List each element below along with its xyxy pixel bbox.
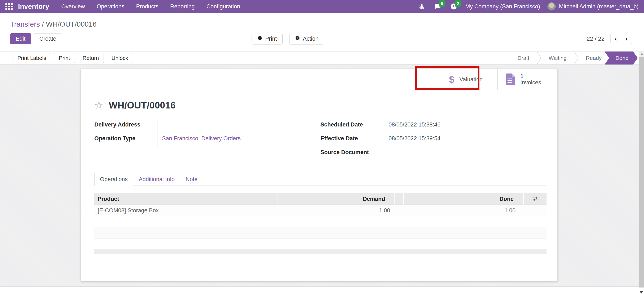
- pager: 22 / 22 ‹ ›: [586, 33, 632, 44]
- field-label-source-document: Source Document: [320, 147, 384, 161]
- user-name: Mitchell Admin (master_data_b): [559, 3, 638, 10]
- tab-note[interactable]: Note: [180, 173, 203, 186]
- empty-table-row: [94, 216, 546, 227]
- pager-count: 22 / 22: [586, 35, 604, 42]
- favorite-star-icon[interactable]: ☆: [94, 100, 103, 110]
- cell-done: 1.00: [404, 205, 525, 216]
- top-nav: Inventory Overview Operations Products R…: [0, 0, 644, 13]
- invoices-smart-button[interactable]: 1 Invoices: [498, 69, 558, 90]
- nav-menu: Overview Operations Products Reporting C…: [62, 3, 240, 10]
- create-button[interactable]: Create: [34, 33, 62, 44]
- stage-draft[interactable]: Draft: [510, 51, 536, 64]
- breadcrumb: Transfers / WH/OUT/00016: [0, 13, 644, 28]
- column-header-spacer: [394, 193, 404, 205]
- app-name[interactable]: Inventory: [18, 2, 49, 10]
- form-sheet: $ Valuation 1 Invoices ☆ WH/OUT/00016 De…: [81, 69, 558, 282]
- field-value-scheduled-date[interactable]: 08/05/2022 15:38:46: [384, 120, 547, 134]
- field-label-delivery-address: Delivery Address: [94, 120, 157, 134]
- avatar: [547, 2, 556, 11]
- return-button[interactable]: Return: [78, 53, 104, 63]
- empty-table-row: [94, 227, 546, 239]
- page-footer: [0, 287, 644, 294]
- notebook-tabs: Operations Additional Info Note: [94, 173, 546, 186]
- stage-separator: [536, 51, 542, 64]
- column-header-demand[interactable]: Demand: [278, 193, 394, 205]
- stage-pipeline: Draft Waiting Ready Done: [510, 51, 638, 64]
- stage-separator: [574, 51, 579, 64]
- record-title: WH/OUT/00016: [109, 100, 176, 111]
- scroll-up-arrow[interactable]: [640, 51, 644, 57]
- field-value-effective-date[interactable]: 08/05/2022 15:39:54: [384, 134, 547, 147]
- cell-product: [E-COM08] Storage Box: [94, 205, 279, 216]
- invoices-count: 1: [520, 73, 541, 79]
- table-row[interactable]: [E-COM08] Storage Box 1.00 1.00: [94, 205, 546, 216]
- field-label-operation-type: Operation Type: [94, 134, 157, 147]
- column-header-product[interactable]: Product: [94, 193, 278, 205]
- unlock-button[interactable]: Unlock: [107, 53, 133, 63]
- field-value-operation-type[interactable]: San Francisco: Delivery Orders: [157, 134, 320, 147]
- stage-done-active[interactable]: Done: [604, 51, 638, 64]
- messages-badge: 5: [439, 0, 445, 7]
- content-area: $ Valuation 1 Invoices ☆ WH/OUT/00016 De…: [0, 65, 644, 287]
- action-button[interactable]: Action: [289, 33, 324, 45]
- nav-item-overview[interactable]: Overview: [62, 3, 85, 10]
- field-value-delivery-address[interactable]: [157, 120, 320, 134]
- user-menu[interactable]: Mitchell Admin (master_data_b): [547, 2, 638, 11]
- dollar-icon: $: [449, 74, 454, 85]
- invoice-document-icon: [506, 73, 515, 86]
- nav-item-products[interactable]: Products: [136, 3, 158, 10]
- messages-icon[interactable]: 5: [433, 2, 442, 11]
- vertical-scrollbar[interactable]: [640, 51, 644, 294]
- print-document-button[interactable]: Print: [54, 53, 75, 63]
- column-sliders-icon[interactable]: [524, 193, 546, 205]
- activities-badge: 2: [455, 0, 461, 7]
- column-header-done[interactable]: Done: [404, 193, 524, 205]
- field-group: Delivery Address Operation Type San Fran…: [94, 120, 546, 161]
- apps-grid-icon[interactable]: [6, 3, 12, 10]
- nav-item-reporting[interactable]: Reporting: [170, 3, 195, 10]
- scrollbar-thumb[interactable]: [640, 57, 644, 288]
- operations-table: Product Demand Done [E-COM08] Storage Bo…: [94, 193, 546, 254]
- table-footer-band: [94, 249, 546, 254]
- breadcrumb-transfers[interactable]: Transfers: [10, 20, 40, 28]
- gear-icon: [295, 35, 300, 42]
- statusbar: Print Labels Print Return Unlock Draft W…: [0, 51, 644, 65]
- smart-button-row: $ Valuation 1 Invoices: [81, 69, 558, 90]
- print-button[interactable]: Print: [252, 33, 282, 45]
- edit-button[interactable]: Edit: [10, 33, 31, 44]
- valuation-smart-button[interactable]: $ Valuation: [441, 69, 496, 90]
- control-panel: Transfers / WH/OUT/00016 Edit Create Pri…: [0, 13, 644, 51]
- field-value-source-document[interactable]: [384, 147, 547, 161]
- print-labels-button[interactable]: Print Labels: [12, 53, 51, 63]
- tab-operations[interactable]: Operations: [94, 173, 133, 186]
- printer-icon: [257, 35, 263, 42]
- cell-demand: 1.00: [279, 205, 395, 216]
- bug-icon[interactable]: [418, 2, 426, 11]
- tab-additional-info[interactable]: Additional Info: [133, 173, 180, 186]
- stage-ready[interactable]: Ready: [579, 51, 609, 64]
- field-label-effective-date: Effective Date: [320, 134, 384, 147]
- company-switcher[interactable]: My Company (San Francisco): [465, 3, 540, 10]
- table-header: Product Demand Done: [94, 193, 546, 205]
- pager-previous-button[interactable]: ‹: [611, 33, 621, 44]
- activities-icon[interactable]: 2: [449, 2, 458, 11]
- pager-next-button[interactable]: ›: [621, 33, 632, 44]
- nav-item-operations[interactable]: Operations: [97, 3, 124, 10]
- field-label-scheduled-date: Scheduled Date: [320, 120, 384, 134]
- nav-systray: 5 2 My Company (San Francisco) Mitchell …: [418, 2, 638, 11]
- stage-waiting[interactable]: Waiting: [542, 51, 574, 64]
- nav-item-configuration[interactable]: Configuration: [206, 3, 240, 10]
